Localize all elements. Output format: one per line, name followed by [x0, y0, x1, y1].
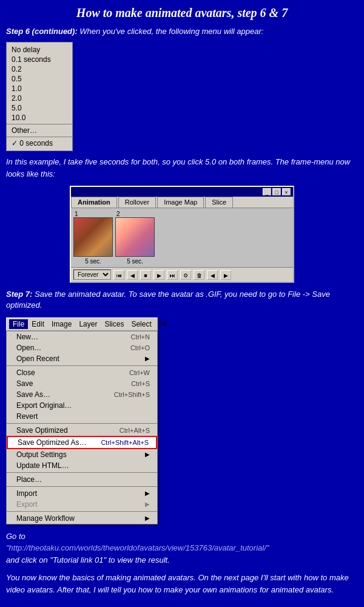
menu-close[interactable]: Close Ctrl+W: [7, 367, 157, 378]
example-text: In this example, I take five seconds for…: [6, 156, 358, 180]
menu-new-label: New…: [16, 333, 38, 341]
menu-open-recent[interactable]: Open Recent ▶: [7, 353, 157, 364]
menu-place-label: Place…: [16, 475, 42, 484]
menu-export-label: Export: [16, 500, 38, 509]
frame-1-label: 5 sec.: [85, 258, 101, 265]
menu-import[interactable]: Import ▶: [7, 488, 157, 499]
close-button[interactable]: ×: [282, 188, 291, 195]
menu-save-optimized-as-label: Save Optimized As…: [18, 438, 86, 447]
delay-50[interactable]: 5.0: [7, 103, 72, 113]
goto-line2: and click on "Tutorial link 01" to view …: [6, 554, 358, 566]
anim-controls: Forever Once 3 Times ⏮ ◀ ■ ▶ ⏭ ⚙ 🗑 ◀ ▶: [71, 267, 293, 282]
ctrl-stop[interactable]: ■: [140, 270, 151, 280]
tab-animation[interactable]: Animation: [71, 197, 117, 208]
tab-slice[interactable]: Slice: [205, 197, 233, 208]
ctrl-tween[interactable]: ⚙: [180, 270, 191, 280]
menubar-fil[interactable]: Fil: [155, 319, 170, 329]
frame-1-image[interactable]: [73, 217, 113, 257]
menu-save-optimized-shortcut: Ctrl+Alt+S: [120, 427, 150, 434]
menu-save-optimized-label: Save Optimized: [16, 426, 68, 435]
delay-no-delay[interactable]: No delay: [7, 45, 72, 55]
titlebar-buttons: _ □ ×: [263, 188, 291, 195]
goto-link[interactable]: "http://theotaku.com/worlds/theworldofav…: [6, 542, 358, 554]
ctrl-delete[interactable]: 🗑: [194, 270, 204, 280]
delay-checked: ✓ 0 seconds: [7, 138, 72, 148]
menu-save-as-label: Save As…: [16, 390, 50, 399]
menu-separator-1: [7, 124, 72, 124]
menubar: File Edit Image Layer Slices Select Fil: [6, 317, 158, 331]
menu-save[interactable]: Save Ctrl+S: [7, 378, 157, 389]
menubar-slices[interactable]: Slices: [101, 319, 127, 329]
anim-tabs: Animation Rollover Image Map Slice: [71, 197, 293, 208]
menu-save-as[interactable]: Save As… Ctrl+Shift+S: [7, 389, 157, 400]
step7-label: Step 7:: [6, 290, 32, 299]
menu-export-original-label: Export Original…: [16, 401, 72, 410]
menu-open-shortcut: Ctrl+O: [130, 344, 150, 351]
ctrl-next-frame[interactable]: ⏭: [167, 270, 178, 280]
menu-manage-workflow[interactable]: Manage Workflow ▶: [7, 513, 157, 524]
menubar-edit[interactable]: Edit: [28, 319, 48, 329]
delay-02[interactable]: 0.2: [7, 64, 72, 74]
minimize-button[interactable]: _: [263, 188, 271, 195]
anim-titlebar: _ □ ×: [71, 187, 293, 197]
frame-2-image[interactable]: [115, 217, 155, 257]
menubar-image[interactable]: Image: [48, 319, 75, 329]
ctrl-play[interactable]: ▶: [153, 270, 164, 280]
ctrl-prev[interactable]: ◀: [127, 270, 138, 280]
ctrl-fwd[interactable]: ▶: [220, 270, 231, 280]
menu-export-original[interactable]: Export Original…: [7, 400, 157, 411]
delay-20[interactable]: 2.0: [7, 93, 72, 103]
menu-save-as-shortcut: Ctrl+Shift+S: [114, 391, 150, 398]
menu-open[interactable]: Open… Ctrl+O: [7, 342, 157, 353]
menu-save-optimized-as[interactable]: Save Optimized As… Ctrl+Shift+Alt+S: [7, 436, 157, 449]
menu-update-html-label: Update HTML…: [16, 461, 69, 470]
menu-save-shortcut: Ctrl+S: [131, 380, 150, 387]
ctrl-first[interactable]: ⏮: [113, 270, 124, 280]
tab-rollover[interactable]: Rollover: [118, 197, 156, 208]
menu-output-settings[interactable]: Output Settings ▶: [7, 449, 157, 460]
separator-2: [7, 423, 157, 424]
delay-05[interactable]: 0.5: [7, 74, 72, 84]
file-dropdown: New… Ctrl+N Open… Ctrl+O Open Recent ▶ C…: [6, 331, 158, 524]
menu-export: Export ▶: [7, 499, 157, 510]
menu-open-recent-label: Open Recent: [16, 354, 59, 363]
delay-01s[interactable]: 0.1 seconds: [7, 55, 72, 64]
output-settings-arrow: ▶: [145, 451, 150, 458]
menubar-file[interactable]: File: [9, 319, 28, 329]
menu-output-settings-label: Output Settings: [16, 450, 67, 459]
menubar-layer[interactable]: Layer: [75, 319, 101, 329]
menubar-select[interactable]: Select: [127, 319, 155, 329]
menu-close-shortcut: Ctrl+W: [129, 369, 150, 376]
delay-10[interactable]: 1.0: [7, 84, 72, 93]
import-arrow: ▶: [145, 490, 150, 497]
menu-new[interactable]: New… Ctrl+N: [7, 331, 157, 342]
separator-3: [7, 472, 157, 473]
menu-update-html[interactable]: Update HTML…: [7, 460, 157, 471]
maximize-button[interactable]: □: [272, 188, 281, 195]
menu-new-shortcut: Ctrl+N: [131, 333, 150, 341]
export-arrow: ▶: [145, 501, 150, 507]
delay-100[interactable]: 10.0: [7, 113, 72, 123]
ctrl-back[interactable]: ◀: [207, 270, 218, 280]
menu-close-label: Close: [16, 368, 35, 377]
closing-text: You now know the basics of making animat…: [6, 572, 358, 595]
loop-select[interactable]: Forever Once 3 Times: [73, 270, 111, 280]
menu-revert[interactable]: Revert: [7, 411, 157, 422]
open-recent-arrow: ▶: [145, 355, 150, 362]
step7-text: Step 7: Save the animated avatar. To sav…: [6, 289, 358, 311]
step6-label: Step 6 (continued):: [6, 27, 78, 36]
menu-import-label: Import: [16, 489, 37, 498]
delay-other[interactable]: Other…: [7, 126, 72, 135]
frame-1: 1 5 sec.: [73, 211, 113, 265]
menu-save-optimized[interactable]: Save Optimized Ctrl+Alt+S: [7, 425, 157, 436]
menu-separator-2: [7, 137, 72, 137]
separator-4: [7, 486, 157, 487]
menu-revert-label: Revert: [16, 412, 38, 421]
menu-save-label: Save: [16, 379, 33, 388]
menu-place[interactable]: Place…: [7, 474, 157, 485]
frames-area: 1 5 sec. 2 5 sec.: [71, 208, 293, 267]
menu-open-label: Open…: [16, 344, 41, 352]
goto-line1: Go to: [6, 531, 358, 543]
frame-2-label: 5 sec.: [127, 258, 143, 265]
tab-imagemap[interactable]: Image Map: [157, 197, 204, 208]
